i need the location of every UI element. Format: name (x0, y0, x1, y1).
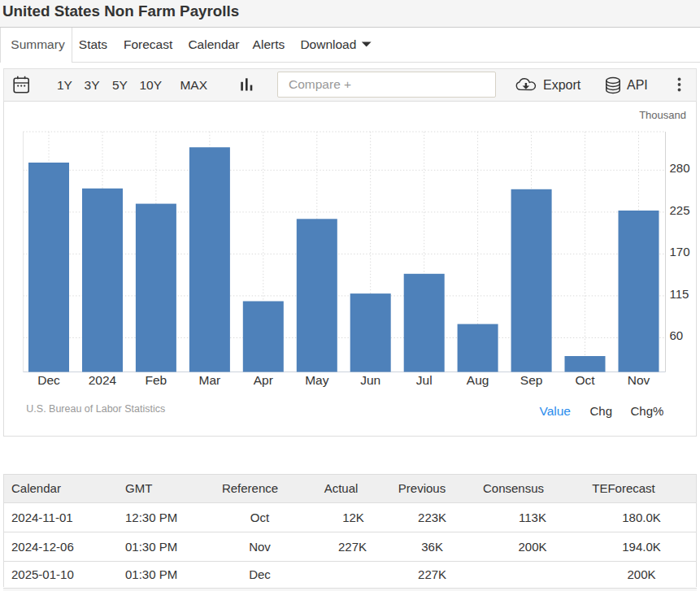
svg-text:Value: Value (540, 404, 572, 418)
svg-text:280: 280 (670, 161, 690, 175)
svg-text:Jun: Jun (360, 373, 380, 387)
svg-text:U.S. Bureau of Labor Statistic: U.S. Bureau of Labor Statistics (26, 403, 165, 415)
svg-text:115: 115 (670, 287, 689, 301)
svg-text:60: 60 (670, 328, 684, 342)
svg-text:Chg: Chg (590, 404, 613, 418)
svg-text:Mar: Mar (199, 373, 221, 387)
svg-text:170: 170 (670, 245, 690, 259)
svg-text:225: 225 (670, 203, 690, 217)
svg-text:Apr: Apr (254, 373, 273, 387)
svg-text:2024: 2024 (89, 373, 117, 387)
svg-text:May: May (305, 373, 329, 387)
svg-text:Dec: Dec (37, 373, 60, 387)
svg-text:Feb: Feb (146, 373, 167, 387)
svg-text:Oct: Oct (575, 373, 595, 387)
svg-text:Nov: Nov (628, 373, 650, 387)
svg-text:Jul: Jul (416, 373, 433, 387)
svg-text:Thousand: Thousand (639, 109, 686, 121)
svg-text:Chg%: Chg% (631, 404, 664, 418)
svg-text:Aug: Aug (467, 373, 489, 387)
svg-text:Sep: Sep (520, 373, 543, 387)
